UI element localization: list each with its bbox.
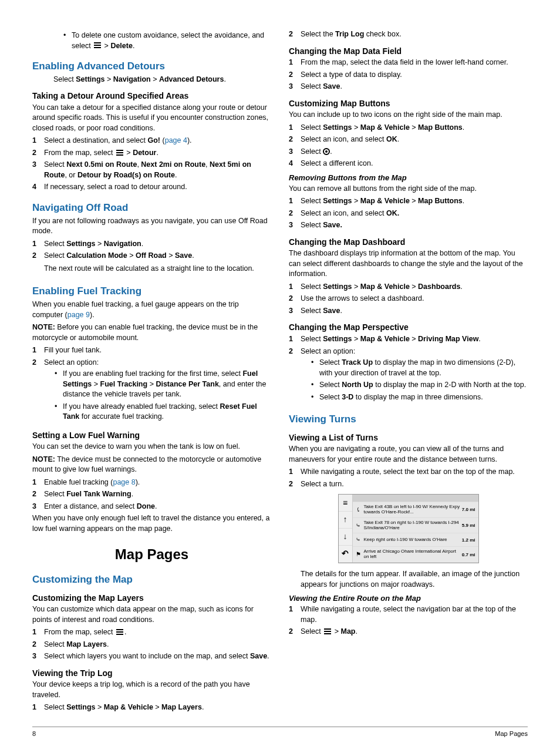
triplog-steps: 1Select Settings > Map & Vehicle > Map L… (32, 702, 271, 713)
offroad-steps: 1Select Settings > Navigation. 2Select C… (32, 239, 271, 277)
mapbuttons-steps: 1Select Settings > Map & Vehicle > Map B… (289, 123, 528, 169)
page-footer: 8 Map Pages (32, 727, 528, 738)
heading-customizing-map: Customizing the Map (32, 573, 271, 587)
period: . (133, 42, 134, 50)
fuel-steps: 1Fill your fuel tank. 2Select an option:… (32, 345, 271, 424)
screenshot-turn-row: ⤷ Keep right onto I-190 W towards O'Hare… (353, 533, 478, 547)
heading-low-fuel: Setting a Low Fuel Warning (32, 430, 271, 442)
heading-perspective: Changing the Map Perspective (289, 322, 528, 334)
triplog-intro: Your device keeps a trip log, which is a… (32, 680, 271, 700)
fuel-intro: When you enable fuel tracking, a fuel ga… (32, 300, 271, 320)
screenshot-turn-text: Keep right onto I-190 W towards O'Hare (364, 537, 462, 543)
screenshot-header (353, 495, 478, 502)
detour-intro: You can take a detour for a specified di… (32, 103, 271, 134)
heading-advanced-detours: Enabling Advanced Detours (32, 59, 271, 73)
heading-list-turns: Viewing a List of Turns (289, 432, 528, 444)
screenshot-turn-text: Arrive at Chicago Ohare International Ai… (364, 549, 462, 560)
screenshot-down-icon: ↓ (339, 529, 352, 546)
lowfuel-steps: 1Enable fuel tracking (page 8). 2Select … (32, 478, 271, 512)
screenshot-turn-dist: 0.7 mi (462, 552, 475, 558)
datafield-steps: 1From the map, select the data field in … (289, 58, 528, 92)
page-9-link[interactable]: page 9 (68, 311, 90, 319)
menu-icon (116, 148, 123, 159)
menu-icon (324, 627, 331, 637)
screenshot-back-icon: ↶ (339, 546, 352, 563)
heading-off-road: Navigating Off Road (32, 201, 271, 215)
step-num: 3 (32, 160, 44, 180)
screenshot-flag-icon: ⚑ (356, 550, 364, 559)
screenshot-turn-dist: 5.9 mi (462, 522, 475, 529)
heading-map-pages: Map Pages (32, 544, 271, 564)
listturns-tail: The details for the turn appear. If avai… (289, 569, 528, 590)
heading-map-buttons: Customizing Map Buttons (289, 98, 528, 110)
step-num: 1 (32, 136, 44, 146)
screenshot-turn-icon: ⤷ (356, 522, 364, 530)
listturns-intro: When you are navigating a route, you can… (289, 444, 528, 465)
listturns-steps: 1While navigating a route, select the te… (289, 467, 528, 489)
mapbuttons-intro: You can include up to two icons on the r… (289, 110, 528, 120)
dashboard-steps: 1Select Settings > Map & Vehicle > Dashb… (289, 282, 528, 317)
detour-steps: 1Select a destination, and select Go! (p… (32, 136, 271, 193)
fuel-note: NOTE: Before you can enable fuel trackin… (32, 322, 271, 343)
triplog-steps-cont: 2Select the Trip Log check box. (289, 29, 528, 40)
layers-intro: You can customize which data appear on t… (32, 604, 271, 625)
menu-icon (94, 41, 101, 52)
screenshot-turn-row: ⚑ Arrive at Chicago Ohare International … (353, 547, 478, 563)
removing-intro: You can remove all buttons from the righ… (289, 184, 528, 194)
screenshot-up-icon: ↑ (339, 512, 352, 529)
dashboard-intro: The dashboard displays trip information … (289, 248, 528, 280)
turns-screenshot: ≡ ↑ ↓ ↶ ⤹ Take Exit 43B on left to I-90 … (338, 494, 479, 563)
perspective-steps: 1Select Settings > Map & Vehicle > Drivi… (289, 334, 528, 404)
heading-removing-buttons: Removing Buttons from the Map (289, 173, 528, 183)
lowfuel-tail: When you have only enough fuel left to t… (32, 513, 271, 534)
screenshot-turn-row: ⤷ Take Exit 78 on right to I-190 W towar… (353, 518, 478, 534)
screenshot-turn-dist: 1.2 mi (462, 537, 475, 543)
lowfuel-intro: You can set the device to warn you when … (32, 442, 271, 452)
step-num: 4 (32, 182, 44, 193)
step-num: 2 (32, 148, 44, 159)
screenshot-menu-icon: ≡ (339, 495, 352, 512)
heading-entire-route: Viewing the Entire Route on the Map (289, 593, 528, 604)
footer-section: Map Pages (495, 729, 528, 738)
sep: > (102, 42, 110, 50)
lowfuel-note: NOTE: The device must be connected to th… (32, 455, 271, 475)
delete-avoidance-list: To delete one custom avoidance, select t… (32, 31, 271, 51)
heading-viewing-turns: Viewing Turns (289, 412, 528, 426)
heading-trip-log: Viewing the Trip Log (32, 668, 271, 680)
screenshot-turn-row: ⤹ Take Exit 43B on left to I-90 W/ Kenne… (353, 502, 478, 518)
heading-data-field: Changing the Map Data Field (289, 46, 528, 58)
adv-detours-instr: Select Settings > Navigation > Advanced … (32, 75, 271, 85)
page-4-link[interactable]: page 4 (165, 136, 187, 144)
offroad-note: The next route will be calculated as a s… (44, 264, 271, 274)
menu-icon (116, 627, 123, 638)
heading-dashboard: Changing the Map Dashboard (289, 237, 528, 248)
offroad-intro: If you are not following roadways as you… (32, 216, 271, 237)
screenshot-turn-icon: ⤷ (356, 536, 364, 544)
circle-icon (323, 148, 330, 155)
delete-label: Delete (110, 42, 133, 50)
removing-steps: 1Select Settings > Map & Vehicle > Map B… (289, 196, 528, 231)
screenshot-turn-text: Take Exit 43B on left to I-90 W/ Kennedy… (364, 505, 462, 515)
heading-fuel-tracking: Enabling Fuel Tracking (32, 284, 271, 298)
delete-avoidance-item: To delete one custom avoidance, select t… (53, 31, 271, 51)
page-8-link[interactable]: page 8 (113, 478, 135, 486)
screenshot-turn-icon: ⤹ (356, 506, 364, 514)
screenshot-turn-dist: 7.0 mi (462, 506, 475, 513)
screenshot-turn-text: Take Exit 78 on right to I-190 W towards… (364, 520, 462, 531)
page-number: 8 (32, 729, 36, 738)
heading-detour-areas: Taking a Detour Around Specified Areas (32, 90, 271, 102)
entireroute-steps: 1While navigating a route, select the na… (289, 604, 528, 637)
heading-map-layers: Customizing the Map Layers (32, 593, 271, 604)
layers-steps: 1From the map, select . 2Select Map Laye… (32, 627, 271, 662)
